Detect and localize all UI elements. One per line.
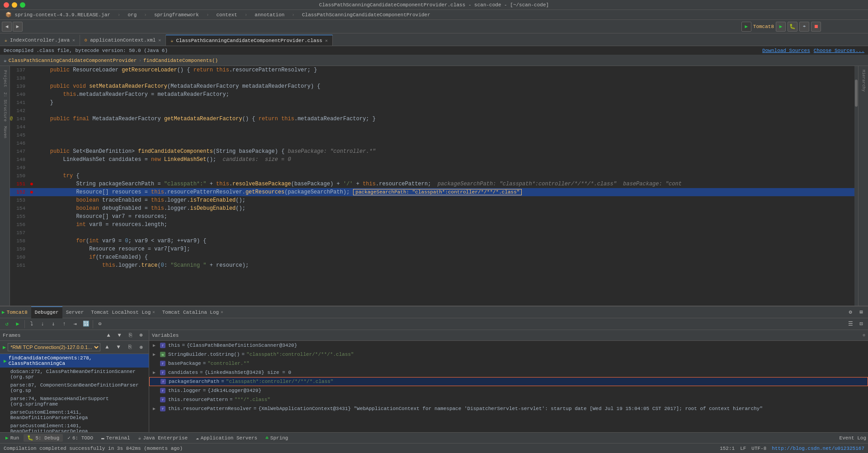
menu-springframework[interactable]: springframework [152,11,201,19]
thread-up[interactable]: ▲ [102,342,112,352]
step-into-button[interactable]: ↓ [38,319,47,329]
code-line-147: 147 public Set<BeanDefinition> findCandi… [10,147,858,156]
project-tab[interactable]: Project [1,68,9,90]
thread-selector[interactable]: *RMI TCP Connection(2)-127.0.0.1... [8,343,100,351]
expand-icon[interactable]: ▶ [153,370,158,375]
run-bottom-button[interactable]: ▶ Run [2,434,23,442]
back-button[interactable]: ◀ [2,22,12,32]
force-step-into[interactable]: ⇓ [48,319,58,329]
frames-up-button[interactable]: ▲ [104,330,113,340]
java-enterprise-button[interactable]: ☕ Java Enterprise [135,434,192,442]
expand-icon[interactable]: ▶ [153,352,158,357]
stop-button[interactable]: ⏹ [811,22,821,32]
step-out-button[interactable]: ↑ [59,319,69,329]
tab-close-icon[interactable]: ✕ [221,310,223,315]
var-resourcepatternresolver[interactable]: ▶ f this.resourcePatternResolver = {XmlW… [149,404,868,413]
var-this[interactable]: ▶ f this = {ClassPathBeanDefinitionScann… [149,341,868,350]
tab-label: applicationContext.xml [90,38,156,43]
frame-item-5[interactable]: parseCustomElement:1401, BeanDefinitionP… [0,422,149,432]
expand-icon[interactable]: ▶ [153,406,158,411]
frames-down-button[interactable]: ▼ [114,330,124,340]
right-panel-tabs: Hierarchy [858,66,868,306]
thread-filter2[interactable]: ⊛ [137,342,146,352]
debug-tab-server[interactable]: Server [62,307,88,318]
debug-tab-catalina[interactable]: Tomcat Catalina Log ✕ [159,307,227,318]
settings-button[interactable]: ⚙ [845,307,855,317]
bottom-toolbar: ▶ Run 🐛 5: Debug ✓ 6: TODO ▬ Terminal ☕ … [0,432,868,443]
menu-class[interactable]: ClassPathScanningCandidateComponentProvi… [300,11,432,19]
debug-bottom-button[interactable]: 🐛 5: Debug [24,434,63,442]
todo-bottom-button[interactable]: ✓ 6: TODO [64,434,97,442]
tab-close-icon[interactable]: ✕ [325,38,328,43]
debug-run-button[interactable]: ▶ [776,22,786,32]
restore-layout[interactable]: ⊡ [856,319,866,329]
restart-button[interactable]: ↺ [2,319,12,329]
expand-icon[interactable]: ▶ [153,343,158,348]
close-button[interactable] [4,2,9,8]
code-line-144: 144 [10,123,858,131]
menu-annotation[interactable]: annotation [253,11,286,19]
window-controls[interactable] [4,2,25,8]
run-to-cursor[interactable]: ⇥ [70,319,80,329]
menu-context[interactable]: context [215,11,239,19]
variables-settings[interactable]: ⚙ [863,333,865,338]
tab-close-icon[interactable]: ✕ [152,310,155,315]
variables-title: Variables [152,333,179,338]
choose-sources-link[interactable]: Choose Sources... [814,48,864,53]
event-log-link[interactable]: Event Log [840,435,866,441]
editor-scrollbar[interactable] [854,66,858,306]
frame-item-3[interactable]: parse:74, NamespaceHandlerSupport (org.s… [0,395,149,408]
debug-tab-bar: ▶ Tomcat8 Debugger Server Tomcat Localho… [0,307,868,318]
run-coverage-button[interactable]: ☂ [799,22,809,32]
tab-classpath-scanning[interactable]: ☕ ClassPathScanningCandidateComponentPro… [166,35,333,46]
mute-breakpoints[interactable]: ⊖ [95,319,105,329]
menu-jar[interactable]: 📦 spring-context-4.3.9.RELEASE.jar [4,11,112,19]
resume-button[interactable]: ▶ [13,319,23,329]
app-servers-button[interactable]: ☁ Application Servers [192,434,261,442]
evaluate-expression[interactable]: 🔢 [81,319,91,329]
thread-copy2[interactable]: ⎘ [125,342,135,352]
var-resourcepattern[interactable]: f this.resourcePattern = "**/*.class" [149,395,868,404]
var-logger[interactable]: f this.logger = {Jdk14Logger@3429} [149,386,868,395]
debug-tab-debugger[interactable]: Debugger [31,307,62,318]
breadcrumb-method[interactable]: findCandidateComponents() [143,58,218,63]
var-basepackage[interactable]: f basePackage = "controller.*" [149,359,868,368]
layout-button[interactable]: ⊞ [856,307,866,317]
terminal-bottom-button[interactable]: ▬ Terminal [98,434,133,442]
field-icon: f [160,406,165,411]
download-sources-link[interactable]: Download Sources [762,48,810,53]
frames-filter-button[interactable]: ⊛ [136,330,146,340]
frames-title: Frames [3,333,21,338]
step-over-button[interactable]: ⤵ [27,319,37,329]
editor: 137 public ResourceLoader getResourceLoa… [10,66,858,306]
debug-tab-localhost[interactable]: Tomcat Localhost Log ✕ [87,307,158,318]
settings-icon[interactable]: ☰ [845,319,855,329]
thread-down[interactable]: ▼ [113,342,123,352]
frame-item-4[interactable]: parseCustomElement:1411, BeanDefinitionP… [0,408,149,422]
frame-item-0[interactable]: ▶ findCandidateComponents:278, ClassPath… [0,354,149,368]
debug-button[interactable]: 🐛 [788,22,797,32]
var-packagesearchpath[interactable]: f packageSearchPath = "classpath*:contro… [149,377,868,386]
minimize-button[interactable] [12,2,17,8]
var-stringbuilder[interactable]: ▶ m StringBuilder.toString() = "classpat… [149,350,868,359]
maven-tab[interactable]: Maven [2,124,8,140]
scrollbar-thumb[interactable] [855,80,858,107]
frame-item-1[interactable]: doScan:272, ClassPathBeanDefinitionScann… [0,368,149,381]
tab-close-icon[interactable]: ✕ [158,38,161,43]
structure-tab[interactable]: 2: Structure [2,90,8,123]
tab-close-icon[interactable]: ✕ [72,38,75,43]
breadcrumb-class[interactable]: ClassPathScanningCandidateComponentProvi… [9,58,137,63]
frames-copy-button[interactable]: ⎘ [125,330,135,340]
right-tab-1[interactable]: Hierarchy [860,68,867,94]
maximize-button[interactable] [20,2,25,8]
code-line-155: 155 Resource[] var7 = resources; [10,212,858,221]
code-line-152: 152 ● Resource[] resources = this.resour… [10,188,858,196]
forward-button[interactable]: ▶ [13,22,23,32]
var-candidates[interactable]: ▶ f candidates = {LinkedHashSet@3428} si… [149,368,868,377]
run-button[interactable]: ▶ [741,22,751,32]
tab-index-controller[interactable]: ☕ IndexController.java ✕ [0,35,80,46]
spring-button[interactable]: ☘ Spring [262,434,292,442]
frame-item-2[interactable]: parse:87, ComponentScanBeanDefinitionPar… [0,381,149,395]
menu-org[interactable]: org [126,11,138,19]
tab-application-context[interactable]: ⚙ applicationContext.xml ✕ [80,35,166,46]
